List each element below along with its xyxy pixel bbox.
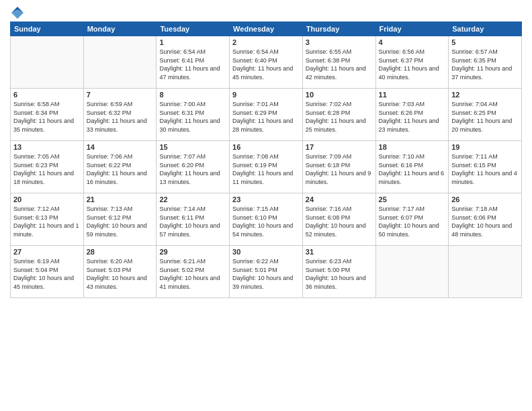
day-number: 20: [13, 195, 81, 203]
calendar-cell: 30Sunrise: 6:22 AMSunset: 5:01 PMDayligh…: [230, 246, 303, 298]
day-number: 3: [306, 38, 373, 46]
day-number: 12: [451, 91, 519, 99]
calendar-cell: 3Sunrise: 6:55 AMSunset: 6:38 PMDaylight…: [302, 36, 375, 89]
day-number: 28: [87, 248, 154, 256]
calendar-cell: [11, 36, 84, 89]
day-info: Sunrise: 7:12 AMSunset: 6:13 PMDaylight:…: [13, 205, 81, 238]
calendar-cell: 13Sunrise: 7:05 AMSunset: 6:23 PMDayligh…: [11, 141, 84, 193]
day-number: 25: [379, 195, 446, 203]
day-number: 18: [379, 143, 446, 151]
day-info: Sunrise: 7:18 AMSunset: 6:06 PMDaylight:…: [451, 205, 519, 238]
day-number: 13: [13, 143, 81, 151]
calendar-week-2: 6Sunrise: 6:58 AMSunset: 6:34 PMDaylight…: [11, 89, 522, 141]
day-number: 2: [232, 38, 300, 46]
day-info: Sunrise: 7:14 AMSunset: 6:11 PMDaylight:…: [159, 205, 226, 238]
calendar-cell: 1Sunrise: 6:54 AMSunset: 6:41 PMDaylight…: [157, 36, 230, 89]
day-info: Sunrise: 7:05 AMSunset: 6:23 PMDaylight:…: [13, 152, 81, 186]
calendar-cell: 12Sunrise: 7:04 AMSunset: 6:25 PMDayligh…: [449, 89, 522, 141]
calendar-cell: 14Sunrise: 7:06 AMSunset: 6:22 PMDayligh…: [83, 141, 157, 193]
day-number: 24: [306, 195, 373, 203]
day-info: Sunrise: 7:01 AMSunset: 6:29 PMDaylight:…: [232, 100, 300, 134]
header: [10, 7, 522, 16]
day-number: 10: [306, 91, 373, 99]
page: SundayMondayTuesdayWednesdayThursdayFrid…: [0, 0, 532, 411]
weekday-header-wednesday: Wednesday: [230, 22, 303, 36]
weekday-header-friday: Friday: [375, 22, 449, 36]
day-info: Sunrise: 6:54 AMSunset: 6:40 PMDaylight:…: [232, 48, 300, 81]
day-info: Sunrise: 7:00 AMSunset: 6:31 PMDaylight:…: [159, 100, 226, 134]
calendar-week-3: 13Sunrise: 7:05 AMSunset: 6:23 PMDayligh…: [11, 141, 522, 193]
day-info: Sunrise: 7:06 AMSunset: 6:22 PMDaylight:…: [87, 152, 154, 186]
day-number: 11: [379, 91, 446, 99]
day-info: Sunrise: 6:21 AMSunset: 5:02 PMDaylight:…: [159, 257, 226, 291]
day-info: Sunrise: 7:03 AMSunset: 6:26 PMDaylight:…: [379, 100, 446, 134]
day-number: 30: [232, 248, 300, 256]
weekday-header-saturday: Saturday: [449, 22, 522, 36]
weekday-header-thursday: Thursday: [302, 22, 375, 36]
day-number: 26: [451, 195, 519, 203]
day-number: 15: [159, 143, 226, 151]
weekday-header-sunday: Sunday: [11, 22, 84, 36]
day-info: Sunrise: 7:15 AMSunset: 6:10 PMDaylight:…: [232, 205, 300, 238]
calendar-cell: 29Sunrise: 6:21 AMSunset: 5:02 PMDayligh…: [157, 246, 230, 298]
day-number: 31: [306, 248, 373, 256]
calendar-cell: 10Sunrise: 7:02 AMSunset: 6:28 PMDayligh…: [302, 89, 375, 141]
calendar-cell: 11Sunrise: 7:03 AMSunset: 6:26 PMDayligh…: [375, 89, 449, 141]
day-info: Sunrise: 6:23 AMSunset: 5:00 PMDaylight:…: [306, 257, 373, 291]
day-info: Sunrise: 7:08 AMSunset: 6:19 PMDaylight:…: [232, 152, 300, 186]
calendar-cell: 16Sunrise: 7:08 AMSunset: 6:19 PMDayligh…: [230, 141, 303, 193]
calendar-cell: 7Sunrise: 6:59 AMSunset: 6:32 PMDaylight…: [83, 89, 157, 141]
day-info: Sunrise: 6:54 AMSunset: 6:41 PMDaylight:…: [159, 48, 226, 81]
day-number: 4: [379, 38, 446, 46]
calendar-cell: 8Sunrise: 7:00 AMSunset: 6:31 PMDaylight…: [157, 89, 230, 141]
calendar-week-5: 27Sunrise: 6:19 AMSunset: 5:04 PMDayligh…: [11, 246, 522, 298]
weekday-header-monday: Monday: [83, 22, 157, 36]
calendar-week-1: 1Sunrise: 6:54 AMSunset: 6:41 PMDaylight…: [11, 36, 522, 89]
logo-icon: [11, 7, 24, 19]
calendar-cell: 4Sunrise: 6:56 AMSunset: 6:37 PMDaylight…: [375, 36, 449, 89]
calendar-cell: 20Sunrise: 7:12 AMSunset: 6:13 PMDayligh…: [11, 193, 84, 246]
calendar-cell: 19Sunrise: 7:11 AMSunset: 6:15 PMDayligh…: [449, 141, 522, 193]
day-info: Sunrise: 7:09 AMSunset: 6:18 PMDaylight:…: [306, 152, 373, 186]
logo-text: [10, 7, 24, 19]
calendar-cell: 27Sunrise: 6:19 AMSunset: 5:04 PMDayligh…: [11, 246, 84, 298]
calendar-cell: 6Sunrise: 6:58 AMSunset: 6:34 PMDaylight…: [11, 89, 84, 141]
calendar-cell: 9Sunrise: 7:01 AMSunset: 6:29 PMDaylight…: [230, 89, 303, 141]
logo: [10, 7, 24, 16]
day-number: 27: [13, 248, 81, 256]
weekday-header-tuesday: Tuesday: [157, 22, 230, 36]
calendar-week-4: 20Sunrise: 7:12 AMSunset: 6:13 PMDayligh…: [11, 193, 522, 246]
calendar-cell: 17Sunrise: 7:09 AMSunset: 6:18 PMDayligh…: [302, 141, 375, 193]
calendar-cell: 23Sunrise: 7:15 AMSunset: 6:10 PMDayligh…: [230, 193, 303, 246]
calendar-cell: 21Sunrise: 7:13 AMSunset: 6:12 PMDayligh…: [83, 193, 157, 246]
calendar-cell: 2Sunrise: 6:54 AMSunset: 6:40 PMDaylight…: [230, 36, 303, 89]
calendar: SundayMondayTuesdayWednesdayThursdayFrid…: [10, 21, 522, 298]
day-number: 6: [13, 91, 81, 99]
calendar-cell: [375, 246, 449, 298]
day-info: Sunrise: 6:55 AMSunset: 6:38 PMDaylight:…: [306, 48, 373, 81]
day-number: 9: [232, 91, 300, 99]
day-info: Sunrise: 7:13 AMSunset: 6:12 PMDaylight:…: [87, 205, 154, 238]
weekday-header-row: SundayMondayTuesdayWednesdayThursdayFrid…: [11, 22, 522, 36]
day-info: Sunrise: 7:02 AMSunset: 6:28 PMDaylight:…: [306, 100, 373, 134]
calendar-cell: 18Sunrise: 7:10 AMSunset: 6:16 PMDayligh…: [375, 141, 449, 193]
day-number: 5: [451, 38, 519, 46]
day-info: Sunrise: 6:58 AMSunset: 6:34 PMDaylight:…: [13, 100, 81, 134]
calendar-cell: 5Sunrise: 6:57 AMSunset: 6:35 PMDaylight…: [449, 36, 522, 89]
day-number: 14: [87, 143, 154, 151]
day-number: 17: [306, 143, 373, 151]
day-info: Sunrise: 7:04 AMSunset: 6:25 PMDaylight:…: [451, 100, 519, 134]
day-info: Sunrise: 7:16 AMSunset: 6:08 PMDaylight:…: [306, 205, 373, 238]
day-number: 23: [232, 195, 300, 203]
day-number: 19: [451, 143, 519, 151]
day-info: Sunrise: 6:59 AMSunset: 6:32 PMDaylight:…: [87, 100, 154, 134]
calendar-cell: 25Sunrise: 7:17 AMSunset: 6:07 PMDayligh…: [375, 193, 449, 246]
calendar-cell: 15Sunrise: 7:07 AMSunset: 6:20 PMDayligh…: [157, 141, 230, 193]
calendar-cell: 26Sunrise: 7:18 AMSunset: 6:06 PMDayligh…: [449, 193, 522, 246]
calendar-cell: 31Sunrise: 6:23 AMSunset: 5:00 PMDayligh…: [302, 246, 375, 298]
calendar-cell: 28Sunrise: 6:20 AMSunset: 5:03 PMDayligh…: [83, 246, 157, 298]
day-info: Sunrise: 7:07 AMSunset: 6:20 PMDaylight:…: [159, 152, 226, 186]
day-number: 7: [87, 91, 154, 99]
day-number: 21: [87, 195, 154, 203]
day-number: 8: [159, 91, 226, 99]
